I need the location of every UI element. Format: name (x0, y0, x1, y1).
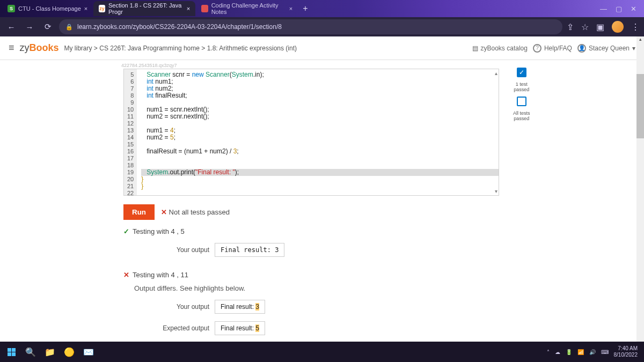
output-value: Final result: 3 (215, 300, 265, 314)
help-link[interactable]: ? Help/FAQ (533, 44, 572, 53)
browser-tab[interactable]: S CTU - Class Homepage × (2, 1, 93, 16)
page-scrollbar[interactable]: ▴ (636, 36, 644, 342)
test-title: Testing with 4 , 11 (133, 271, 188, 279)
expected-value: Final result: 5 (215, 321, 265, 335)
output-label: Your output (150, 303, 209, 311)
scrollbar-thumb[interactable] (636, 74, 644, 138)
line-gutter: 5678910111213141516171819202122 (124, 69, 137, 195)
reader-icon[interactable]: ▣ (596, 22, 604, 32)
breadcrumb[interactable]: My library > CS 226T: Java Programming h… (64, 45, 297, 52)
run-bar: Run ✕ Not all tests passed (123, 204, 644, 220)
battery-icon[interactable]: 🔋 (566, 349, 572, 355)
new-tab-button[interactable]: + (298, 4, 312, 13)
tab-title: CTU - Class Homepage (18, 5, 81, 12)
user-icon: 👤 (577, 44, 586, 53)
address-bar[interactable]: 🔒 learn.zybooks.com/zybook/CS226-2204A-0… (59, 19, 562, 34)
windows-taskbar: 🔍 📁 🟡 ✉️ ˄ ☁ 🔋 📶 🔊 ⌨ 7:40 AM 8/10/2022 (0, 342, 644, 362)
all-tests-checkbox (517, 97, 526, 106)
favicon: S (8, 5, 15, 12)
check-icon: ✓ (123, 227, 129, 235)
mail-icon[interactable]: ✉️ (80, 344, 97, 360)
run-status: ✕ Not all tests passed (161, 208, 230, 216)
minimize-icon[interactable]: — (600, 5, 607, 13)
chrome-icon[interactable]: 🟡 (61, 344, 77, 360)
test-pass-label: 1 test passed (514, 82, 529, 92)
zybooks-logo[interactable]: zyBooks (20, 42, 59, 54)
close-window-icon[interactable]: ✕ (631, 5, 636, 13)
tab-title: Section 1.8 - CS 226T: Java Progr (108, 2, 184, 15)
maximize-icon[interactable]: ▢ (616, 5, 622, 13)
file-explorer-icon[interactable]: 📁 (42, 344, 58, 360)
fail-icon: ✕ (161, 208, 167, 216)
forward-button[interactable]: → (23, 23, 36, 32)
browser-tab[interactable]: Coding Challenge Activity Notes × (196, 1, 298, 16)
test-result-fail: ✕ Testing with 4 , 11 Output differs. Se… (123, 271, 644, 335)
reload-button[interactable]: ⟳ (41, 22, 55, 32)
watermark: 422784.2543518.qx3zqy7 (121, 63, 177, 68)
catalog-icon: ▤ (472, 45, 478, 52)
menu-icon[interactable]: ≡ (9, 42, 14, 54)
start-button[interactable] (3, 344, 19, 360)
zybooks-header: ≡ zyBooks My library > CS 226T: Java Pro… (0, 36, 644, 60)
close-icon[interactable]: × (289, 5, 292, 12)
url-text: learn.zybooks.com/zybook/CS226-2204A-03-… (77, 23, 282, 31)
code-editor[interactable]: 422784.2543518.qx3zqy7 ▴ ▾ 5678910111213… (123, 69, 499, 196)
user-menu[interactable]: 👤 Stacey Queen ▾ (577, 44, 635, 53)
bookmark-icon[interactable]: ☆ (581, 22, 589, 32)
wifi-icon[interactable]: 📶 (577, 349, 584, 355)
profile-avatar[interactable] (612, 21, 624, 33)
browser-tab[interactable]: zy Section 1.8 - CS 226T: Java Progr × (93, 1, 195, 16)
volume-icon[interactable]: 🔊 (589, 349, 596, 355)
diff-note: Output differs. See highlights below. (134, 284, 644, 292)
test-result-pass: ✓ Testing with 4 , 5 Your output Final r… (123, 227, 644, 257)
favicon: zy (99, 5, 105, 12)
back-button[interactable]: ← (4, 23, 18, 32)
input-icon[interactable]: ⌨ (601, 349, 609, 355)
share-icon[interactable]: ⇪ (567, 22, 574, 32)
catalog-link[interactable]: ▤ zyBooks catalog (472, 45, 528, 52)
test-status-sidebar: ✓ 1 test passed All tests passed (513, 68, 530, 121)
chevron-up-icon[interactable]: ˄ (547, 349, 550, 355)
kebab-menu-icon[interactable]: ⋮ (631, 22, 640, 32)
close-icon[interactable]: × (84, 5, 87, 12)
browser-toolbar: ← → ⟳ 🔒 learn.zybooks.com/zybook/CS226-2… (0, 17, 644, 36)
test-pass-checkbox: ✓ (517, 68, 526, 77)
all-tests-label: All tests passed (513, 110, 530, 121)
close-icon[interactable]: × (187, 5, 190, 12)
run-button[interactable]: Run (123, 204, 155, 220)
fail-icon: ✕ (123, 271, 129, 279)
main-content: 422784.2543518.qx3zqy7 ▴ ▾ 5678910111213… (0, 60, 644, 335)
test-title: Testing with 4 , 5 (133, 227, 185, 235)
cloud-icon[interactable]: ☁ (555, 349, 560, 355)
browser-tab-strip: S CTU - Class Homepage × zy Section 1.8 … (0, 0, 644, 17)
help-icon: ? (533, 44, 541, 53)
scroll-down-icon[interactable]: ▾ (495, 188, 497, 194)
code-body[interactable]: Scanner scnr = new Scanner(System.in); i… (137, 69, 499, 195)
tab-title: Coding Challenge Activity Notes (211, 2, 286, 15)
chevron-down-icon: ▾ (632, 45, 635, 52)
favicon (201, 5, 208, 12)
expected-label: Expected output (150, 324, 209, 332)
lock-icon: 🔒 (65, 24, 73, 31)
search-icon[interactable]: 🔍 (23, 344, 39, 360)
output-label: Your output (150, 246, 209, 254)
system-clock[interactable]: 7:40 AM 8/10/2022 (614, 345, 641, 358)
output-value: Final result: 3 (215, 243, 284, 257)
scroll-up-icon[interactable]: ▴ (495, 70, 497, 76)
